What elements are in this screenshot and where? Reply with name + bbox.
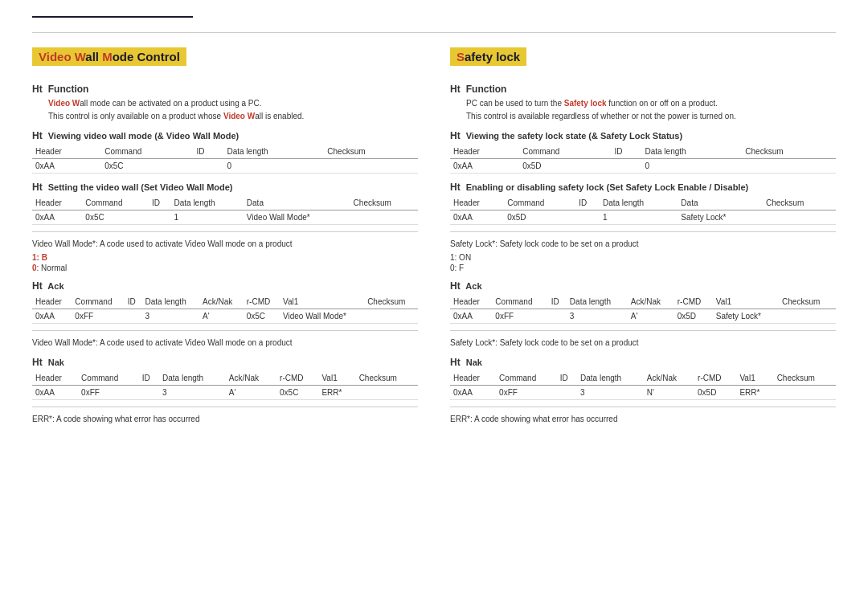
right-divider-1 [450,231,836,232]
right-err-note: ERR*: A code showing what error has occu… [450,414,836,425]
left-column: Video Wall Mode Control Ht Function Vide… [32,47,418,428]
right-nak-label: Ht Nak [450,357,836,368]
right-divider-3 [450,407,836,407]
left-code-1: 1: B [32,253,418,262]
left-setting-label: Ht Setting the video wall (Set Video Wal… [32,182,418,193]
left-divider-2 [32,330,418,331]
left-nak-table: HeaderCommandIDData lengthAck/Nakr-CMDVa… [32,371,418,400]
left-footnote-2: Video Wall Mode*: A code used to activat… [32,337,418,349]
right-column: Safety lock Ht Function PC can be used t… [450,47,836,428]
left-divider-3 [32,407,418,407]
right-divider-2 [450,330,836,331]
left-note-1: Video Wall mode can be activated on a pr… [48,98,418,109]
top-line-full [32,32,836,33]
right-code-2: 0: F [450,264,836,272]
left-note-2: This control is only available on a prod… [48,111,418,122]
left-section-title: Video Wall Mode Control [32,47,186,66]
right-setting-label: Ht Enabling or disabling safety lock (Se… [450,182,836,193]
left-viewing-table: HeaderCommandIDData lengthChecksum 0xAA0… [32,145,418,174]
left-nak-label: Ht Nak [32,357,418,368]
right-ack-label: Ht Ack [450,280,836,292]
right-viewing-label: Ht Viewing the safety lock state (& Safe… [450,130,836,141]
right-section-title: Safety lock [450,47,526,66]
left-setting-table: HeaderCommandIDData lengthDataChecksum 0… [32,196,418,225]
left-err-note: ERR*: A code showing what error has occu… [32,414,418,425]
right-setting-table: HeaderCommandIDData lengthDataChecksum 0… [450,196,836,225]
left-viewing-label: Ht Viewing video wall mode (& Video Wall… [32,130,418,141]
right-viewing-table: HeaderCommandIDData lengthChecksum 0xAA0… [450,145,836,174]
left-code-2: 0: Normal [32,264,418,272]
right-function-label: Ht Function [450,84,836,95]
left-ack-table: HeaderCommandIDData lengthAck/Nakr-CMDVa… [32,295,418,324]
left-divider-1 [32,231,418,232]
right-footnote-2: Safety Lock*: Safety lock code to be set… [450,337,836,349]
right-footnote-1: Safety Lock*: Safety lock code to be set… [450,239,836,250]
left-function-label: Ht Function [32,84,418,95]
left-footnote-1: Video Wall Mode*: A code used to activat… [32,239,418,250]
top-line-short [32,16,193,18]
left-ack-label: Ht Ack [32,280,418,292]
right-code-1: 1: ON [450,253,836,262]
right-note-2: This control is available regardless of … [466,111,836,122]
right-ack-table: HeaderCommandIDData lengthAck/Nakr-CMDVa… [450,295,836,324]
right-nak-table: HeaderCommandIDData lengthAck/Nakr-CMDVa… [450,371,836,400]
right-note-1: PC can be used to turn the Safety lock f… [466,98,836,109]
